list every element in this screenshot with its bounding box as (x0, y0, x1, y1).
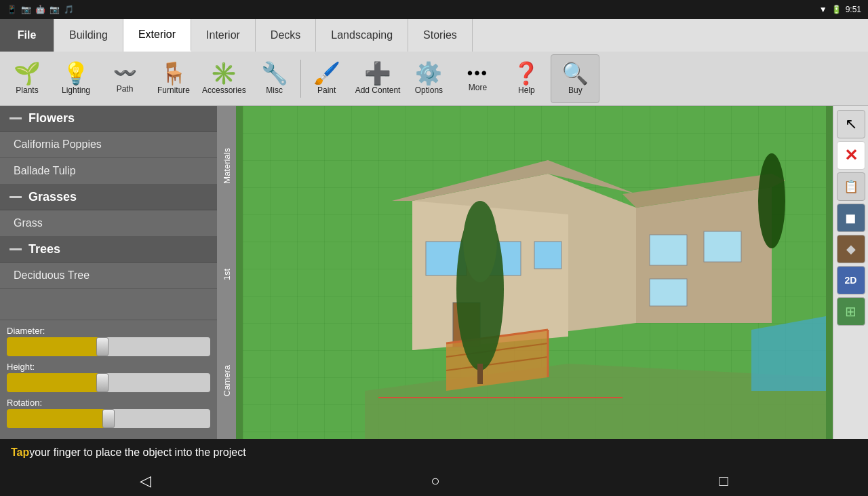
delete-button[interactable]: ✕ (837, 141, 865, 170)
svg-rect-12 (650, 235, 687, 265)
trees-label: Trees (28, 242, 60, 256)
buy-label: Buy (568, 85, 583, 95)
lighting-icon: 💡 (62, 62, 90, 84)
flowers-dash (9, 117, 22, 119)
furniture-label: Furniture (157, 85, 190, 95)
status-right-icons: ▼ 🔋 9:51 (819, 5, 861, 14)
grasses-dash (9, 196, 22, 198)
help-icon: ❓ (513, 62, 540, 84)
app-icon-1: 📱 (7, 5, 17, 14)
status-left-icons: 📱 📷 🤖 📷 🎵 (7, 5, 74, 14)
cursor-button[interactable]: ↖ (837, 110, 865, 138)
tool-path[interactable]: 〰️ Path (100, 54, 149, 103)
side-labels: Materials 1st Camera (217, 106, 236, 439)
grasses-label: Grasses (28, 190, 77, 204)
side-label-1st[interactable]: 1st (222, 255, 232, 294)
2d-view-button[interactable]: 2D (837, 266, 865, 294)
paint-label: Paint (317, 85, 336, 95)
tool-help[interactable]: ❓ Help (502, 54, 551, 103)
main-area: Flowers California Poppies Ballade Tulip… (0, 106, 868, 439)
path-label: Path (117, 84, 134, 94)
wifi-icon: ▼ (819, 5, 827, 14)
accessories-icon: ✳️ (210, 62, 237, 84)
rotation-label: Rotation: (7, 398, 210, 408)
home-button[interactable]: ○ (417, 467, 453, 495)
misc-label: Misc (266, 85, 283, 95)
nav-bar: ◁ ○ □ (0, 466, 868, 496)
copy-button[interactable]: 📋 (837, 172, 865, 201)
misc-icon: 🔧 (261, 62, 288, 84)
accessories-label: Accessories (202, 85, 246, 95)
viewport[interactable] (236, 106, 833, 439)
material-3d-button[interactable]: ◼ (837, 204, 865, 232)
add-content-label: Add Content (355, 85, 401, 95)
svg-rect-24 (477, 364, 483, 384)
tool-lighting[interactable]: 💡 Lighting (52, 54, 100, 103)
furniture-icon: 🪑 (160, 62, 187, 84)
plants-label: Plants (16, 85, 38, 95)
lighting-label: Lighting (62, 85, 90, 95)
side-label-camera[interactable]: Camera (222, 351, 232, 410)
tab-stories[interactable]: Stories (408, 19, 473, 52)
status-rest-text: your finger to place the object into the… (29, 446, 245, 459)
time-display: 9:51 (846, 5, 861, 14)
height-thumb[interactable] (96, 373, 108, 392)
status-bar: 📱 📷 🤖 📷 🎵 ▼ 🔋 9:51 (0, 0, 868, 19)
tool-paint[interactable]: 🖌️ Paint (302, 54, 351, 103)
toolbar-separator (300, 60, 301, 98)
tool-misc[interactable]: 🔧 Misc (250, 54, 299, 103)
slider-height-row: Height: (7, 362, 210, 392)
tab-decks[interactable]: Decks (256, 19, 316, 52)
help-label: Help (518, 85, 535, 95)
svg-rect-13 (704, 231, 741, 262)
item-ballade-tulip[interactable]: Ballade Tulip (0, 158, 217, 185)
bottom-status: Tap your finger to place the object into… (0, 439, 868, 466)
category-trees[interactable]: Trees (0, 237, 217, 263)
tab-file[interactable]: File (0, 19, 54, 52)
tab-landscaping[interactable]: Landscaping (316, 19, 408, 52)
tool-accessories[interactable]: ✳️ Accessories (198, 54, 250, 103)
plants-icon: 🌱 (14, 62, 41, 84)
left-panel: Flowers California Poppies Ballade Tulip… (0, 106, 217, 439)
tab-interior[interactable]: Interior (191, 19, 256, 52)
rotation-thumb[interactable] (102, 409, 115, 428)
tool-add-content[interactable]: ➕ Add Content (351, 54, 405, 103)
tool-plants[interactable]: 🌱 Plants (3, 54, 52, 103)
item-california-poppies[interactable]: California Poppies (0, 132, 217, 158)
more-label: More (469, 83, 487, 92)
rotation-track[interactable] (7, 409, 210, 428)
grid-button[interactable]: ⊞ (837, 297, 865, 326)
category-grasses[interactable]: Grasses (0, 185, 217, 210)
height-label: Height: (7, 362, 210, 372)
app-icon-5: 🎵 (64, 5, 74, 14)
svg-point-23 (758, 153, 785, 248)
side-label-materials[interactable]: Materials (222, 134, 232, 197)
item-deciduous-tree[interactable]: Deciduous Tree (0, 263, 217, 289)
battery-icon: 🔋 (831, 5, 842, 14)
tool-furniture[interactable]: 🪑 Furniture (149, 54, 198, 103)
svg-rect-14 (650, 279, 687, 306)
tab-bar: File Building Exterior Interior Decks La… (0, 19, 868, 52)
app-icon-4: 📷 (50, 5, 60, 14)
options-icon: ⚙️ (415, 62, 442, 84)
svg-point-22 (463, 201, 497, 282)
slider-diameter-row: Diameter: (7, 326, 210, 356)
tool-buy[interactable]: 🔍 Buy (551, 54, 599, 103)
tool-options[interactable]: ⚙️ Options (404, 54, 453, 103)
item-grass[interactable]: Grass (0, 210, 217, 237)
back-button[interactable]: ◁ (126, 467, 165, 495)
category-flowers[interactable]: Flowers (0, 106, 217, 132)
tab-exterior[interactable]: Exterior (123, 19, 191, 52)
category-list: Flowers California Poppies Ballade Tulip… (0, 106, 217, 320)
height-track[interactable] (7, 373, 210, 392)
tab-building[interactable]: Building (54, 19, 123, 52)
more-icon: ••• (467, 65, 488, 81)
right-toolbar: ↖ ✕ 📋 ◼ ◆ 2D ⊞ (833, 106, 868, 439)
app-icon-3: 🤖 (35, 5, 45, 14)
diameter-track[interactable] (7, 337, 210, 356)
terrain-button[interactable]: ◆ (837, 235, 865, 263)
recent-button[interactable]: □ (706, 467, 742, 495)
diameter-thumb[interactable] (96, 337, 108, 356)
tool-more[interactable]: ••• More (453, 54, 502, 103)
app-icon-2: 📷 (21, 5, 31, 14)
